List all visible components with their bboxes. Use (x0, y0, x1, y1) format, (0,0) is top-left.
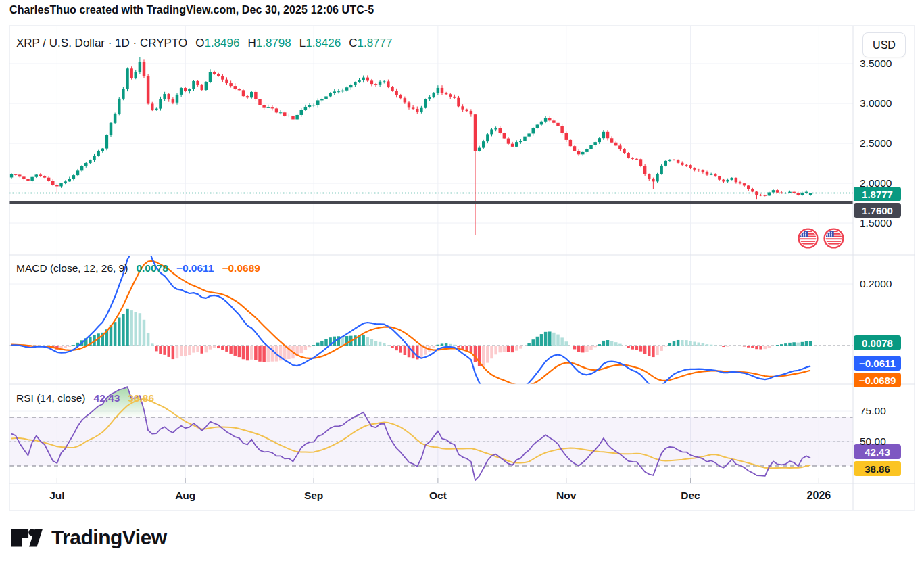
page-title: CharlesThuo created with TradingView.com… (9, 4, 374, 16)
currency-button[interactable]: USD (862, 32, 906, 57)
hline-price-badge: 1.7600 (854, 203, 901, 218)
macd-line-badge: −0.0611 (854, 356, 901, 371)
close-value: 1.8777 (357, 37, 392, 49)
rsi-ma-value: 38.86 (128, 392, 154, 404)
time-axis-label-jul: Jul (49, 489, 64, 502)
symbol-title: XRP / U.S. Dollar · 1D · CRYPTO (16, 37, 187, 50)
price-axis-label: 2.0000 (860, 176, 892, 190)
price-axis-label: 3.0000 (860, 97, 892, 110)
price-axis-label: 2.5000 (860, 137, 892, 150)
low-label: L (299, 37, 306, 49)
rsi-axis-label: 75.00 (860, 404, 886, 418)
time-axis-label-nov: Nov (556, 489, 576, 502)
us-flag-icon (823, 228, 844, 249)
price-axis-label: 3.5000 (860, 57, 892, 70)
tradingview-chart-page: CharlesThuo created with TradingView.com… (0, 0, 924, 570)
rsi-title: RSI (14, close) (16, 392, 86, 404)
time-axis-label-aug: Aug (175, 489, 195, 502)
macd-legend: MACD (close, 12, 26, 9) 0.0078 −0.0611 −… (16, 262, 260, 275)
open-label: O (195, 37, 204, 49)
candlestick-series (10, 57, 812, 235)
symbol-legend: XRP / U.S. Dollar · 1D · CRYPTO O1.8496 … (16, 37, 392, 50)
time-axis-label-2026: 2026 (807, 489, 831, 502)
macd-signal-badge: −0.0689 (854, 373, 901, 387)
rsi-value: 42.43 (94, 392, 120, 404)
rsi-legend: RSI (14, close) 42.43 38.86 (16, 392, 154, 404)
macd-line-value: −0.0611 (176, 262, 214, 275)
us-flag-icon (798, 228, 819, 249)
open-value: 1.8496 (204, 37, 239, 49)
time-axis-label-oct: Oct (429, 489, 447, 502)
macd-signal-value: −0.0689 (222, 262, 260, 275)
rsi-axis-label: 50.00 (860, 435, 886, 448)
tradingview-logo-text: TradingView (51, 526, 167, 549)
macd-hist-badge: 0.0078 (854, 335, 901, 350)
time-axis-label-sep: Sep (304, 489, 323, 502)
close-label: C (349, 37, 357, 49)
price-axis-label: 1.5000 (860, 216, 892, 230)
high-value: 1.8798 (256, 37, 291, 49)
macd-axis-label: 0.2000 (860, 277, 892, 291)
macd-title: MACD (close, 12, 26, 9) (16, 262, 128, 275)
chart-canvas[interactable] (0, 0, 924, 570)
macd-hist-value: 0.0078 (136, 262, 168, 275)
time-axis-label-dec: Dec (681, 489, 700, 502)
rsi-ma-badge: 38.86 (854, 461, 901, 476)
high-label: H (247, 37, 256, 49)
tradingview-logo-icon (11, 529, 43, 547)
tradingview-logo[interactable]: TradingView (11, 526, 167, 549)
low-value: 1.8426 (306, 37, 341, 49)
